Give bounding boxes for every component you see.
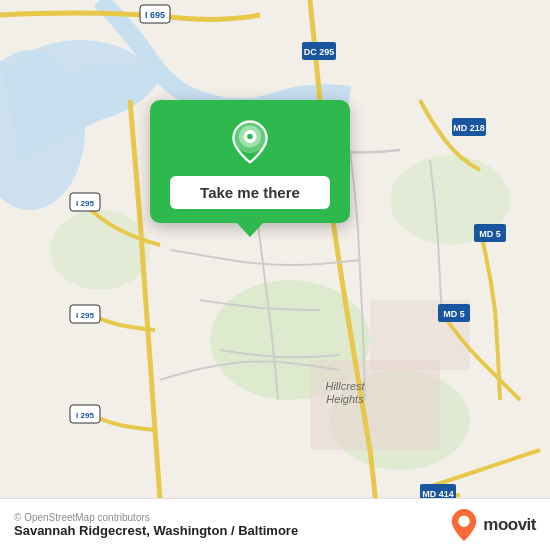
moovit-pin-icon [450,508,478,542]
map-background: I 695 DC 295 MD 218 I 295 I 295 I 295 MD… [0,0,550,550]
copyright-text: © OpenStreetMap contributors [14,512,298,523]
svg-point-5 [50,210,150,290]
svg-point-34 [247,134,253,140]
svg-point-35 [459,515,470,526]
take-me-there-button[interactable]: Take me there [170,176,330,209]
svg-text:I 295: I 295 [76,311,94,320]
svg-text:MD 218: MD 218 [453,123,485,133]
moovit-wordmark: moovit [483,515,536,535]
svg-text:I 295: I 295 [76,411,94,420]
location-name: Savannah Ridgecrest, Washington / Baltim… [14,523,298,538]
svg-text:MD 5: MD 5 [443,309,465,319]
svg-rect-7 [310,360,440,450]
map-container: I 695 DC 295 MD 218 I 295 I 295 I 295 MD… [0,0,550,550]
bottom-left-info: © OpenStreetMap contributors Savannah Ri… [14,512,298,538]
svg-text:Hillcrest: Hillcrest [325,380,365,392]
bottom-bar: © OpenStreetMap contributors Savannah Ri… [0,498,550,550]
svg-text:DC 295: DC 295 [304,47,335,57]
svg-text:I 295: I 295 [76,199,94,208]
location-popup: Take me there [150,100,350,223]
svg-text:I 695: I 695 [145,10,165,20]
location-pin-icon [226,118,274,166]
moovit-logo: moovit [450,508,536,542]
svg-text:MD 5: MD 5 [479,229,501,239]
svg-text:Heights: Heights [326,393,364,405]
